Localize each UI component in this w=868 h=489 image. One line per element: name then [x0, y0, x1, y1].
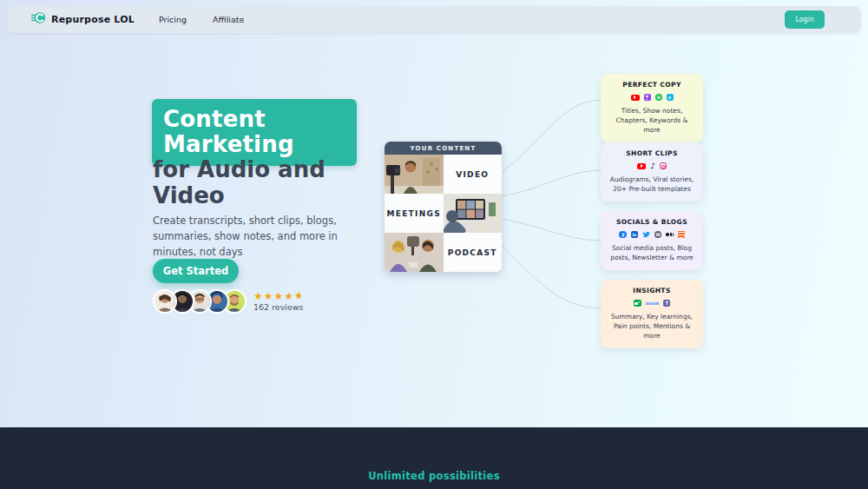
landing-page: Repurpose LOL Pricing Affiliate Login Co… — [0, 0, 868, 489]
avatar — [153, 289, 177, 314]
card-icons: f in W — [607, 230, 697, 239]
instagram-icon — [660, 162, 667, 169]
nav-links: Pricing Affiliate — [159, 15, 244, 24]
substack-icon — [678, 231, 685, 239]
card-description: Summary, Key learnings, Pain points, Men… — [607, 313, 697, 341]
login-button[interactable]: Login — [785, 10, 825, 29]
card-icons: zoom T — [607, 299, 697, 307]
card-icons: v — [607, 93, 697, 102]
apple-podcasts-icon — [644, 94, 651, 101]
your-content-title: YOUR CONTENT — [411, 145, 477, 152]
content-item-meetings: MEETINGS — [385, 194, 444, 233]
hero-subtitle: Create transcripts, short clips, blogs, … — [153, 214, 372, 260]
card-title: INSIGHTS — [607, 287, 697, 294]
content-item-video: VIDEO — [444, 155, 503, 194]
twitter-icon — [642, 231, 650, 238]
footer-section: Unlimited possibilities — [0, 427, 868, 489]
brand[interactable]: Repurpose LOL — [31, 10, 135, 29]
video-photo — [385, 155, 444, 194]
social-proof: ★★★★★ 162 reviews — [153, 289, 305, 314]
wordpress-icon: W — [654, 231, 661, 238]
insights-card: INSIGHTS zoom T Summary, Key learnings, … — [601, 280, 703, 348]
medium-icon — [666, 233, 674, 236]
brand-logo-icon — [31, 10, 46, 29]
card-icons: ♪ — [607, 162, 697, 170]
vimeo-icon: v — [667, 94, 674, 101]
youtube-icon — [631, 95, 640, 101]
short-clips-card: SHORT CLIPS ♪ Audiograms, Viral stories,… — [601, 142, 703, 202]
navbar: Repurpose LOL Pricing Affiliate Login — [7, 6, 861, 33]
facebook-icon: f — [619, 231, 627, 239]
your-content-header: YOUR CONTENT — [385, 142, 502, 155]
ms-teams-icon: T — [663, 300, 670, 307]
nav-link-pricing[interactable]: Pricing — [159, 15, 187, 24]
your-content-card: YOUR CONTENT VIDEO MEETINGS PODCAST — [385, 142, 502, 272]
card-description: Social media posts, Blog posts, Newslett… — [607, 244, 697, 263]
google-meet-icon — [634, 300, 641, 307]
card-title: PERFECT COPY — [607, 81, 697, 89]
page-title-rest: for Audio and Video — [153, 157, 370, 209]
star-rating-icon: ★★★★★ — [253, 291, 305, 301]
reviews-count: 162 reviews — [253, 302, 305, 312]
card-title: SHORT CLIPS — [607, 149, 697, 157]
youtube-icon — [637, 163, 646, 169]
meetings-photo — [444, 194, 503, 233]
nav-link-affiliate[interactable]: Affiliate — [213, 15, 244, 24]
avatar-group — [153, 289, 240, 314]
page-title-highlight: Content Marketing — [163, 107, 345, 157]
spotify-icon — [655, 94, 662, 101]
content-grid: VIDEO MEETINGS PODCAST — [385, 155, 502, 272]
perfect-copy-card: PERFECT COPY v Titles, Show notes, Chapt… — [601, 74, 703, 142]
card-description: Titles, Show notes, Chapters, Keywords &… — [607, 107, 697, 135]
content-item-podcast: PODCAST — [444, 233, 503, 272]
card-title: SOCIALS & BLOGS — [607, 218, 697, 226]
zoom-icon: zoom — [646, 301, 660, 306]
podcast-photo — [385, 233, 444, 272]
rating: ★★★★★ 162 reviews — [253, 291, 305, 312]
socials-blogs-card: SOCIALS & BLOGS f in W Social media post… — [601, 211, 703, 270]
get-started-button[interactable]: Get Started — [153, 259, 239, 283]
tiktok-icon: ♪ — [650, 162, 655, 170]
footer-heading: Unlimited possibilities — [368, 470, 500, 482]
card-description: Audiograms, Viral stories, 20+ Pre-built… — [607, 175, 697, 195]
brand-name: Repurpose LOL — [51, 14, 135, 25]
linkedin-icon: in — [631, 231, 638, 238]
